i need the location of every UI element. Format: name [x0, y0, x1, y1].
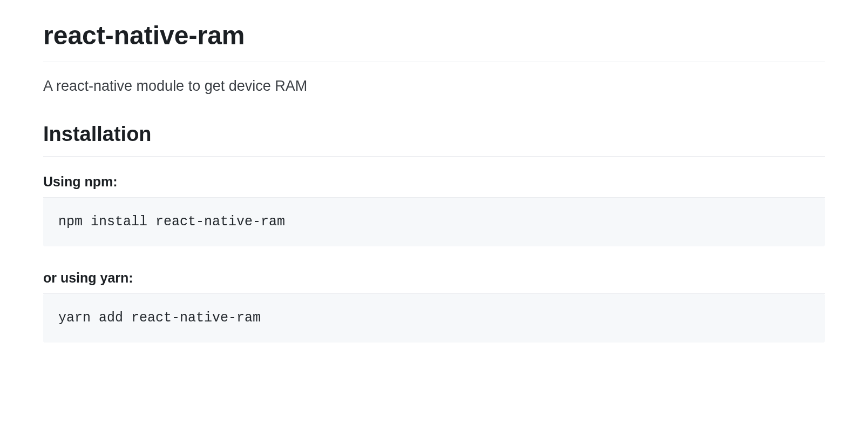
yarn-code: yarn add react-native-ram [58, 310, 261, 326]
description: A react-native module to get device RAM [43, 75, 825, 97]
npm-label: Using npm: [43, 172, 825, 198]
yarn-label: or using yarn: [43, 268, 825, 294]
npm-code-block: npm install react-native-ram [43, 198, 825, 246]
npm-code: npm install react-native-ram [58, 214, 285, 230]
yarn-section: or using yarn: yarn add react-native-ram [43, 268, 825, 343]
yarn-code-block: yarn add react-native-ram [43, 294, 825, 343]
installation-heading: Installation [43, 119, 825, 157]
page-title: react-native-ram [43, 16, 825, 62]
npm-section: Using npm: npm install react-native-ram [43, 172, 825, 246]
